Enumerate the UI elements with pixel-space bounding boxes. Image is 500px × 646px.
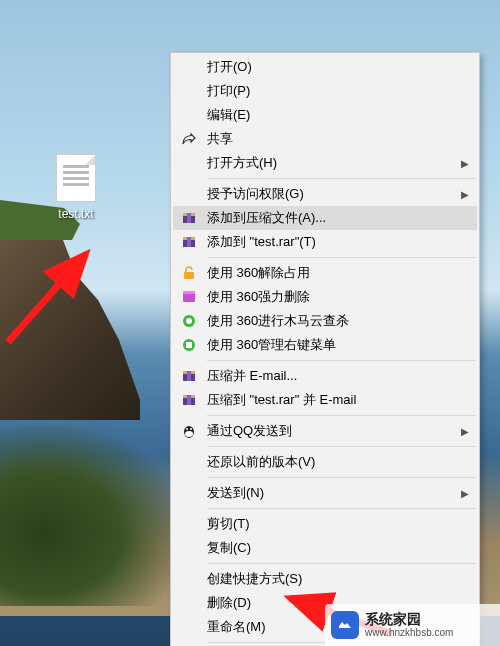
menu-label: 打开(O) (207, 58, 252, 76)
menu-separator (207, 415, 476, 416)
menu-print[interactable]: 打印(P) (173, 79, 477, 103)
menu-separator (207, 360, 476, 361)
unlock-360-icon (181, 265, 197, 281)
menu-add-to-rar[interactable]: 添加到 "test.rar"(T) (173, 230, 477, 254)
menu-edit[interactable]: 编辑(E) (173, 103, 477, 127)
chevron-right-icon: ▶ (461, 158, 469, 169)
menu-360-manage[interactable]: 使用 360管理右键菜单 (173, 333, 477, 357)
svg-point-23 (190, 428, 192, 430)
menu-label: 发送到(N) (207, 484, 264, 502)
chevron-right-icon: ▶ (461, 488, 469, 499)
menu-share[interactable]: 共享 (173, 127, 477, 151)
svg-point-21 (185, 431, 193, 437)
menu-label: 还原以前的版本(V) (207, 453, 315, 471)
menu-label: 添加到压缩文件(A)... (207, 209, 326, 227)
menu-zip-email[interactable]: 压缩并 E-mail... (173, 364, 477, 388)
menu-360-scan[interactable]: 使用 360进行木马云查杀 (173, 309, 477, 333)
menu-send-to[interactable]: 发送到(N)▶ (173, 481, 477, 505)
menu-open[interactable]: 打开(O) (173, 55, 477, 79)
menu-label: 创建快捷方式(S) (207, 570, 302, 588)
menu-copy[interactable]: 复制(C) (173, 536, 477, 560)
menu-label: 编辑(E) (207, 106, 250, 124)
text-file-icon (56, 154, 96, 202)
svg-rect-7 (184, 272, 194, 279)
context-menu: 打开(O) 打印(P) 编辑(E) 共享 打开方式(H)▶ 授予访问权限(G)▶… (170, 52, 480, 646)
menu-separator (207, 257, 476, 258)
menu-label: 使用 360解除占用 (207, 264, 310, 282)
menu-label: 打印(P) (207, 82, 250, 100)
menu-label: 通过QQ发送到 (207, 422, 292, 440)
menu-360-unlock[interactable]: 使用 360解除占用 (173, 261, 477, 285)
menu-zip-to-email[interactable]: 压缩到 "test.rar" 并 E-mail (173, 388, 477, 412)
svg-rect-19 (187, 395, 191, 405)
menu-label: 使用 360进行木马云查杀 (207, 312, 349, 330)
svg-point-22 (186, 428, 188, 430)
delete-360-icon (181, 289, 197, 305)
menu-label: 使用 360管理右键菜单 (207, 336, 336, 354)
svg-rect-13 (186, 342, 192, 348)
svg-rect-9 (183, 291, 195, 294)
manage-360-icon (181, 337, 197, 353)
menu-open-with[interactable]: 打开方式(H)▶ (173, 151, 477, 175)
rar-icon (181, 392, 197, 408)
watermark-text: 系统家园 www.hnzkhbsb.com (365, 612, 453, 638)
landscape-shore (0, 426, 180, 606)
menu-grant-access[interactable]: 授予访问权限(G)▶ (173, 182, 477, 206)
menu-label: 添加到 "test.rar"(T) (207, 233, 316, 251)
watermark-url: www.hnzkhbsb.com (365, 627, 453, 638)
menu-qq-send[interactable]: 通过QQ发送到 ▶ (173, 419, 477, 443)
watermark-title: 系统家园 (365, 612, 453, 627)
menu-separator (207, 563, 476, 564)
qq-icon (181, 423, 197, 439)
chevron-right-icon: ▶ (461, 426, 469, 437)
menu-separator (207, 477, 476, 478)
svg-rect-8 (183, 293, 195, 302)
desktop-file-icon[interactable]: test.txt (46, 154, 106, 222)
menu-label: 删除(D) (207, 594, 251, 612)
menu-separator (207, 446, 476, 447)
menu-label: 压缩并 E-mail... (207, 367, 297, 385)
menu-label: 复制(C) (207, 539, 251, 557)
rar-icon (181, 234, 197, 250)
menu-cut[interactable]: 剪切(T) (173, 512, 477, 536)
menu-separator (207, 178, 476, 179)
chevron-right-icon: ▶ (461, 189, 469, 200)
watermark: 系统家园 www.hnzkhbsb.com (325, 604, 500, 646)
scan-360-icon (181, 313, 197, 329)
menu-separator (207, 508, 476, 509)
menu-360-force-delete[interactable]: 使用 360强力删除 (173, 285, 477, 309)
menu-add-archive[interactable]: 添加到压缩文件(A)... (173, 206, 477, 230)
share-icon (181, 131, 197, 147)
menu-restore-previous[interactable]: 还原以前的版本(V) (173, 450, 477, 474)
menu-label: 重命名(M) (207, 618, 266, 636)
svg-point-11 (186, 318, 192, 324)
svg-rect-6 (187, 237, 191, 247)
rar-icon (181, 210, 197, 226)
menu-label: 共享 (207, 130, 233, 148)
svg-rect-3 (187, 213, 191, 223)
menu-label: 剪切(T) (207, 515, 250, 533)
svg-rect-16 (187, 371, 191, 381)
watermark-logo-icon (331, 611, 359, 639)
menu-label: 打开方式(H) (207, 154, 277, 172)
menu-create-shortcut[interactable]: 创建快捷方式(S) (173, 567, 477, 591)
rar-icon (181, 368, 197, 384)
menu-label: 授予访问权限(G) (207, 185, 304, 203)
menu-label: 使用 360强力删除 (207, 288, 310, 306)
file-label: test.txt (46, 206, 106, 222)
menu-label: 压缩到 "test.rar" 并 E-mail (207, 391, 356, 409)
